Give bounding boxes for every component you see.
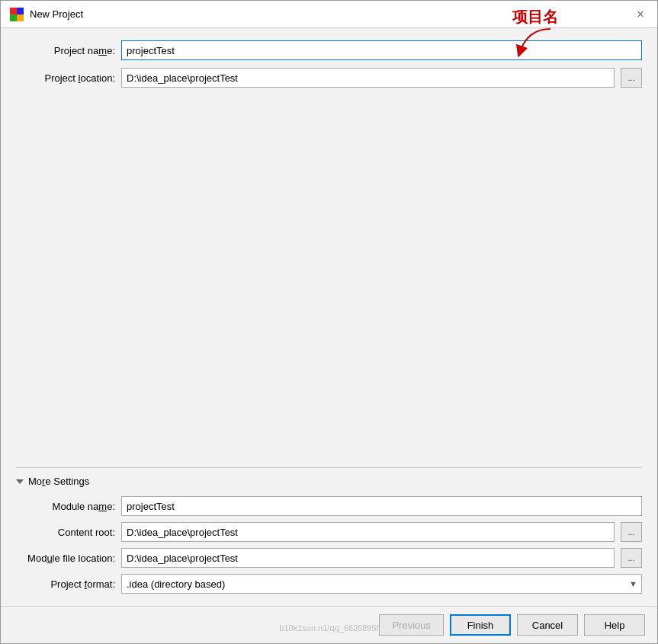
module-file-location-browse-button[interactable]: ...	[621, 548, 642, 568]
more-settings-fields: Module name: Content root: ... Module fi…	[16, 496, 642, 594]
project-location-row: Project location: ...	[16, 68, 642, 88]
content-spacer	[16, 95, 642, 457]
module-name-row: Module name:	[16, 496, 642, 516]
project-name-label: Project name:	[16, 45, 115, 56]
module-file-location-label: Module file location:	[16, 553, 115, 564]
bottom-bar: Previous Finish Cancel Help	[1, 606, 657, 643]
content-root-label: Content root:	[16, 527, 115, 538]
svg-rect-3	[17, 14, 24, 21]
more-settings-toggle[interactable]: More Settings	[16, 476, 642, 487]
svg-rect-2	[10, 14, 17, 21]
content-root-browse-button[interactable]: ...	[621, 522, 642, 542]
cancel-button[interactable]: Cancel	[517, 614, 578, 636]
project-location-label: Project location:	[16, 72, 115, 84]
svg-rect-1	[17, 8, 24, 14]
project-location-browse-button[interactable]: ...	[621, 68, 642, 88]
help-button[interactable]: Help	[584, 614, 645, 636]
annotation-container: 项目名	[512, 7, 558, 58]
content-root-row: Content root: ...	[16, 522, 642, 542]
module-name-label: Module name:	[16, 501, 115, 512]
annotation-arrow	[512, 27, 558, 58]
title-bar: New Project ×	[1, 1, 657, 28]
title-bar-left: New Project	[10, 8, 83, 21]
finish-button[interactable]: Finish	[450, 614, 511, 636]
more-settings-label: More Settings	[28, 476, 89, 487]
project-format-row: Project format: .idea (directory based) …	[16, 574, 642, 594]
previous-button[interactable]: Previous	[379, 614, 444, 636]
new-project-dialog: New Project × 项目名 Project name: Proj	[0, 0, 658, 644]
dialog-content: Project name: Project location: ... More…	[1, 28, 657, 606]
svg-rect-0	[10, 8, 17, 14]
module-file-location-input[interactable]	[121, 548, 615, 568]
app-icon	[10, 8, 24, 21]
module-name-input[interactable]	[121, 496, 642, 516]
project-format-label: Project format:	[16, 578, 115, 590]
project-name-input[interactable]	[121, 40, 642, 60]
close-button[interactable]: ×	[633, 7, 648, 22]
project-format-wrapper: .idea (directory based) ▼	[121, 574, 642, 594]
project-format-select[interactable]: .idea (directory based)	[121, 574, 642, 594]
annotation-text: 项目名	[512, 7, 558, 27]
triangle-down-icon	[16, 479, 24, 484]
module-file-location-row: Module file location: ...	[16, 548, 642, 568]
content-root-input[interactable]	[121, 522, 615, 542]
project-location-input[interactable]	[121, 68, 615, 88]
more-settings-section: More Settings Module name: Content root:	[16, 467, 642, 594]
dialog-title: New Project	[30, 8, 83, 20]
